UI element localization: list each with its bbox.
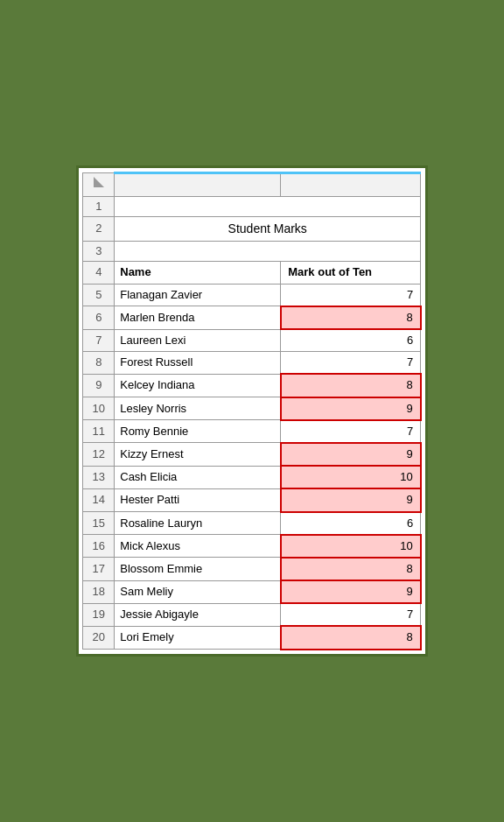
student-mark: 9 (281, 488, 421, 511)
spreadsheet-container: 12Student Marks34NameMark out of Ten5Fla… (76, 165, 428, 656)
table-row: 11Romy Bennie7 (83, 420, 421, 443)
header-mark: Mark out of Ten (281, 262, 421, 284)
table-row: 19Jessie Abigayle7 (83, 603, 421, 626)
table-row: 15Rosaline Lauryn6 (83, 512, 421, 535)
row-number: 4 (83, 262, 115, 284)
student-mark: 6 (281, 329, 421, 352)
column-header-row (83, 173, 421, 196)
header-name: Name (115, 262, 281, 284)
row-number: 8 (83, 352, 115, 375)
row-number: 13 (83, 466, 115, 488)
row-number: 9 (83, 374, 115, 397)
row-number: 14 (83, 488, 115, 511)
student-mark: 6 (281, 512, 421, 535)
empty-cell (115, 242, 421, 262)
row-number: 10 (83, 397, 115, 420)
table-row: 18Sam Meliy9 (83, 580, 421, 603)
table-row: 1 (83, 196, 421, 216)
svg-marker-0 (94, 177, 104, 187)
student-name: Sam Meliy (115, 580, 281, 603)
row-number: 16 (83, 535, 115, 558)
student-name: Blossom Emmie (115, 558, 281, 580)
student-mark: 9 (281, 443, 421, 466)
table-row: 7Laureen Lexi6 (83, 329, 421, 352)
row-number: 1 (83, 196, 115, 216)
table-row: 3 (83, 242, 421, 262)
table-row: 4NameMark out of Ten (83, 262, 421, 284)
row-number: 3 (83, 242, 115, 262)
row-number: 7 (83, 329, 115, 352)
student-name: Kelcey Indiana (115, 374, 281, 397)
empty-cell (115, 196, 421, 216)
table-row: 14Hester Patti9 (83, 488, 421, 511)
row-number: 15 (83, 512, 115, 535)
student-name: Mick Alexus (115, 535, 281, 558)
student-mark: 8 (281, 626, 421, 649)
table-row: 16Mick Alexus10 (83, 535, 421, 558)
row-number: 20 (83, 626, 115, 649)
row-number: 2 (83, 216, 115, 242)
student-name: Lesley Norris (115, 397, 281, 420)
row-number: 11 (83, 420, 115, 443)
row-number: 6 (83, 306, 115, 329)
row-number: 19 (83, 603, 115, 626)
student-name: Rosaline Lauryn (115, 512, 281, 535)
student-name: Hester Patti (115, 488, 281, 511)
row-number: 17 (83, 558, 115, 580)
column-a-header (115, 173, 281, 196)
student-name: Forest Russell (115, 352, 281, 375)
table-row: 10Lesley Norris9 (83, 397, 421, 420)
table-row: 9Kelcey Indiana8 (83, 374, 421, 397)
student-name: Cash Elicia (115, 466, 281, 488)
table-row: 8Forest Russell7 (83, 352, 421, 375)
table-row: 6Marlen Brenda8 (83, 306, 421, 329)
student-mark: 8 (281, 558, 421, 580)
student-mark: 10 (281, 535, 421, 558)
row-number: 18 (83, 580, 115, 603)
spreadsheet-title: Student Marks (115, 216, 421, 242)
student-mark: 7 (281, 603, 421, 626)
table-row: 13Cash Elicia10 (83, 466, 421, 488)
student-mark: 7 (281, 284, 421, 306)
student-mark: 7 (281, 352, 421, 375)
table-row: 20Lori Emely8 (83, 626, 421, 649)
student-mark: 7 (281, 420, 421, 443)
student-mark: 9 (281, 397, 421, 420)
student-name: Romy Bennie (115, 420, 281, 443)
column-b-header (281, 173, 421, 196)
spreadsheet-table: 12Student Marks34NameMark out of Ten5Fla… (82, 172, 422, 650)
student-mark: 8 (281, 306, 421, 329)
table-body: 12Student Marks34NameMark out of Ten5Fla… (83, 196, 421, 650)
row-number: 5 (83, 284, 115, 306)
student-name: Marlen Brenda (115, 306, 281, 329)
student-name: Kizzy Ernest (115, 443, 281, 466)
student-mark: 9 (281, 580, 421, 603)
student-name: Jessie Abigayle (115, 603, 281, 626)
student-name: Laureen Lexi (115, 329, 281, 352)
table-row: 5Flanagan Zavier7 (83, 284, 421, 306)
table-row: 17Blossom Emmie8 (83, 558, 421, 580)
student-name: Lori Emely (115, 626, 281, 649)
student-mark: 10 (281, 466, 421, 488)
row-number: 12 (83, 443, 115, 466)
student-name: Flanagan Zavier (115, 284, 281, 306)
student-mark: 8 (281, 374, 421, 397)
corner-cell (83, 173, 115, 196)
table-row: 12Kizzy Ernest9 (83, 443, 421, 466)
table-row: 2Student Marks (83, 216, 421, 242)
